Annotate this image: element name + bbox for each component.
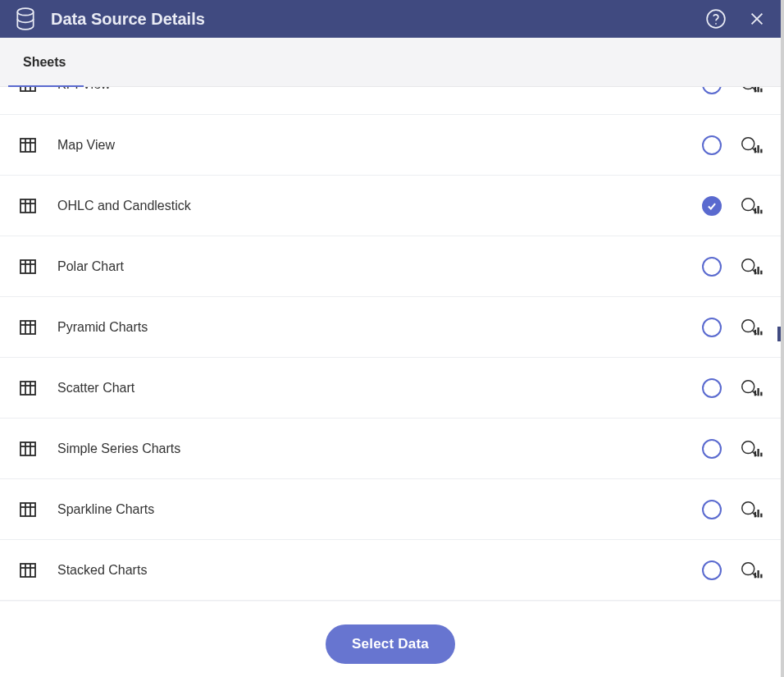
svg-rect-83 xyxy=(760,574,762,578)
svg-rect-65 xyxy=(760,452,762,456)
svg-rect-55 xyxy=(757,388,759,396)
svg-point-34 xyxy=(742,258,754,271)
select-radio[interactable] xyxy=(702,257,722,277)
dialog-header: Data Source Details xyxy=(0,0,781,38)
svg-rect-9 xyxy=(754,87,756,92)
svg-point-2 xyxy=(715,23,717,25)
svg-rect-20 xyxy=(760,149,762,153)
preview-data-icon[interactable] xyxy=(740,560,763,581)
svg-rect-21 xyxy=(21,199,35,213)
svg-rect-75 xyxy=(21,564,35,577)
svg-rect-11 xyxy=(760,88,762,92)
svg-rect-54 xyxy=(754,390,756,396)
svg-rect-72 xyxy=(754,511,756,517)
svg-rect-36 xyxy=(754,268,756,274)
preview-data-icon[interactable] xyxy=(740,317,763,338)
sheet-label: KPI View xyxy=(57,87,702,92)
svg-rect-57 xyxy=(21,442,35,455)
preview-data-icon[interactable] xyxy=(740,377,763,399)
scrollbar-thumb[interactable] xyxy=(777,327,781,341)
svg-point-52 xyxy=(742,380,754,392)
svg-rect-19 xyxy=(757,145,759,153)
table-icon xyxy=(18,196,39,216)
select-radio[interactable] xyxy=(702,560,722,580)
dialog-footer: Select Data xyxy=(0,611,781,677)
table-icon xyxy=(18,560,39,580)
select-radio[interactable] xyxy=(702,439,722,459)
help-icon[interactable] xyxy=(705,8,727,30)
sheet-row[interactable]: Pyramid Charts xyxy=(0,297,781,358)
table-icon xyxy=(18,439,39,459)
sheet-row[interactable]: Map View xyxy=(0,115,781,176)
svg-rect-73 xyxy=(757,510,759,517)
sheet-label: Stacked Charts xyxy=(57,563,702,578)
sheet-row[interactable]: KPI View xyxy=(0,87,781,115)
preview-data-icon[interactable] xyxy=(740,256,763,277)
svg-point-79 xyxy=(742,562,754,574)
svg-point-1 xyxy=(707,10,725,28)
table-icon xyxy=(18,87,39,94)
table-icon xyxy=(18,257,39,277)
sheet-row[interactable]: Simple Series Charts xyxy=(0,419,781,479)
svg-rect-74 xyxy=(760,513,762,517)
dialog-title: Data Source Details xyxy=(51,10,705,29)
svg-rect-66 xyxy=(21,503,35,516)
svg-rect-45 xyxy=(754,329,756,335)
close-icon[interactable] xyxy=(748,10,766,28)
database-icon xyxy=(15,7,36,30)
svg-rect-82 xyxy=(757,570,759,578)
preview-data-icon[interactable] xyxy=(740,499,763,520)
preview-data-icon[interactable] xyxy=(740,87,763,95)
sheet-label: Simple Series Charts xyxy=(57,441,702,456)
sheet-row[interactable]: Sparkline Charts xyxy=(0,479,781,540)
svg-rect-81 xyxy=(754,572,756,578)
sheet-row[interactable]: OHLC and Candlestick xyxy=(0,176,781,236)
select-data-button[interactable]: Select Data xyxy=(326,624,455,664)
svg-point-25 xyxy=(742,198,754,210)
tab-label: Sheets xyxy=(23,55,66,70)
list-spacer xyxy=(0,601,781,611)
table-icon xyxy=(18,318,39,337)
svg-rect-39 xyxy=(21,321,35,334)
svg-rect-46 xyxy=(757,327,759,335)
svg-rect-48 xyxy=(21,382,35,395)
svg-rect-12 xyxy=(21,139,35,152)
sheet-row[interactable]: Polar Chart xyxy=(0,236,781,297)
svg-point-61 xyxy=(742,441,754,453)
table-icon xyxy=(18,378,39,398)
sheet-row[interactable]: Scatter Chart xyxy=(0,358,781,419)
preview-data-icon[interactable] xyxy=(740,135,763,156)
svg-point-7 xyxy=(742,87,754,89)
sheet-label: Sparkline Charts xyxy=(57,502,702,517)
svg-point-16 xyxy=(742,137,754,149)
sheet-label: OHLC and Candlestick xyxy=(57,199,702,213)
svg-rect-3 xyxy=(21,87,35,91)
svg-point-0 xyxy=(17,8,33,16)
select-radio[interactable] xyxy=(702,500,722,519)
svg-point-70 xyxy=(742,501,754,514)
svg-rect-37 xyxy=(757,267,759,274)
sheet-label: Scatter Chart xyxy=(57,381,702,396)
select-radio[interactable] xyxy=(702,378,722,398)
svg-rect-18 xyxy=(754,147,756,153)
sheet-label: Polar Chart xyxy=(57,259,702,274)
preview-data-icon[interactable] xyxy=(740,438,763,460)
tabs-bar: Sheets xyxy=(0,38,781,87)
select-radio[interactable] xyxy=(702,135,722,155)
svg-rect-28 xyxy=(757,206,759,213)
svg-rect-56 xyxy=(760,391,762,396)
sheet-list[interactable]: KPI View Map View OHLC and Candlestick xyxy=(0,87,781,611)
tab-sheets[interactable]: Sheets xyxy=(0,38,89,86)
select-radio[interactable] xyxy=(702,87,722,94)
table-icon xyxy=(18,500,39,519)
svg-rect-27 xyxy=(754,208,756,213)
select-radio[interactable] xyxy=(702,196,722,216)
svg-rect-38 xyxy=(760,270,762,274)
svg-rect-30 xyxy=(21,260,35,273)
preview-data-icon[interactable] xyxy=(740,195,763,217)
sheet-label: Pyramid Charts xyxy=(57,320,702,335)
table-icon xyxy=(18,135,39,155)
sheet-row[interactable]: Stacked Charts xyxy=(0,540,781,601)
svg-rect-64 xyxy=(757,449,759,456)
select-radio[interactable] xyxy=(702,318,722,337)
